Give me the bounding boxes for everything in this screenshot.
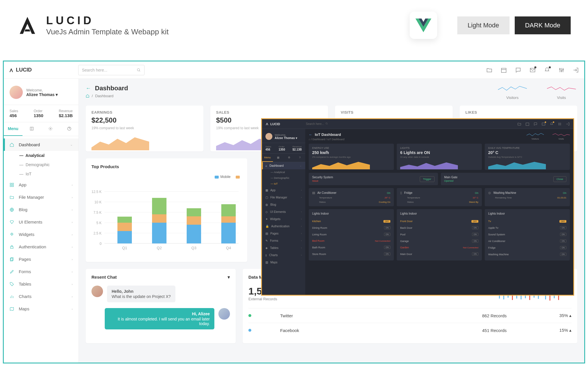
sidebar-item-maps[interactable]: ▧Maps (262, 259, 305, 266)
search-input[interactable]: Search here... (306, 122, 352, 125)
light-row[interactable]: Living RoomON (312, 231, 390, 238)
sidebar-item-maps[interactable]: Maps› (4, 303, 78, 315)
tab-gear-icon[interactable] (41, 122, 60, 136)
close-button[interactable]: Close (553, 176, 566, 182)
svg-text:Q4: Q4 (226, 246, 231, 250)
toggle-badge[interactable]: ON (472, 233, 479, 236)
chat-icon[interactable] (515, 67, 521, 73)
toggle-badge[interactable]: ON (472, 239, 479, 243)
sidebar-item-analytical[interactable]: — Analytical (4, 151, 78, 160)
sidebar-item-blog[interactable]: Blog› (4, 203, 78, 216)
settings-icon[interactable] (558, 67, 565, 73)
sidebar-item-widgets[interactable]: Widgets› (4, 228, 78, 241)
light-mode-button[interactable]: Light Mode (457, 16, 510, 34)
toggle-badge[interactable]: OFF (471, 220, 478, 223)
chat-icon[interactable] (533, 122, 538, 126)
sidebar-item-auth[interactable]: Authentication› (4, 241, 78, 253)
light-row[interactable]: Sound SystemON (488, 231, 566, 238)
logout-icon[interactable] (573, 67, 579, 73)
sidebar-item-charts[interactable]: Charts› (4, 290, 78, 303)
sidebar-item-charts[interactable]: ⫿Charts› (262, 252, 305, 259)
tab-book-icon[interactable]: ▦ (273, 154, 284, 162)
folder-icon[interactable] (486, 67, 493, 73)
folder-icon[interactable] (517, 122, 521, 126)
sidebar-item-tables[interactable]: Tables› (4, 278, 78, 290)
mail-icon[interactable] (529, 67, 536, 73)
light-row[interactable]: GarageON (400, 238, 478, 244)
light-row[interactable]: Washing MachineON (488, 251, 566, 258)
toggle-badge[interactable]: ON (560, 246, 567, 249)
calendar-icon[interactable] (501, 67, 507, 73)
calendar-icon[interactable] (525, 122, 529, 126)
light-row[interactable]: Main DoorON (400, 251, 478, 257)
sidebar-item-tables[interactable]: ◈Tables› (262, 244, 305, 252)
sidebar-item-blog[interactable]: ◍Blog (262, 201, 305, 208)
light-row[interactable]: PoolON (400, 231, 478, 238)
light-row[interactable]: Bath RoomON (312, 244, 390, 251)
light-name: Sound System (488, 233, 505, 236)
sidebar-item-pages[interactable]: Pages› (4, 253, 78, 265)
sidebar-item-dashboard[interactable]: Dashboard⌄ (4, 138, 78, 151)
toggle-badge[interactable]: OFF (383, 220, 390, 223)
toggle-badge[interactable]: OFF (559, 220, 566, 223)
light-row[interactable]: Air ConditionerON (488, 238, 566, 244)
dark-mode-button[interactable]: DARK Mode (515, 16, 571, 34)
svg-point-9 (561, 70, 562, 71)
sidebar-item-widgets[interactable]: ✦Widgets› (262, 215, 305, 223)
toggle-badge[interactable]: ON (384, 246, 391, 249)
sidebar-item-auth[interactable]: 🔒Authentication› (262, 223, 305, 230)
light-row[interactable]: TvOFF (488, 218, 566, 224)
tab-help-icon[interactable]: ? (295, 154, 306, 162)
sidebar-item-app[interactable]: App› (4, 179, 78, 191)
bell-icon[interactable] (544, 67, 550, 73)
back-icon[interactable]: ← (309, 132, 312, 137)
toggle-badge[interactable]: ON (560, 226, 567, 229)
light-row[interactable]: GardenNot Connected (400, 244, 478, 251)
sidebar-item-ui[interactable]: ◇UI Elements› (262, 208, 305, 215)
tab-gear-icon[interactable]: ⚙ (284, 154, 295, 162)
sidebar-item-demographic[interactable]: — Demographic (4, 160, 78, 169)
user-block[interactable]: Welcome, Alizee Thomas ▾ (4, 83, 78, 105)
card-menu-icon[interactable]: ▾ (228, 275, 230, 280)
sidebar-item-analytical[interactable]: — Analytical (262, 169, 305, 175)
trigger-button[interactable]: Trigger (420, 176, 434, 182)
tab-book-icon[interactable] (23, 122, 41, 136)
light-row[interactable]: Front DoorOFF (400, 218, 478, 224)
sidebar-item-ui[interactable]: UI Elements› (4, 216, 78, 228)
toggle-badge[interactable]: ON (384, 233, 391, 236)
light-row[interactable]: Store RoomON (312, 251, 390, 257)
settings-icon[interactable] (558, 122, 562, 126)
light-row[interactable]: Apple TvON (488, 224, 566, 231)
tab-menu[interactable]: Menu (4, 122, 23, 136)
sidebar-item-iot[interactable]: — IoT (4, 169, 78, 179)
sidebar-item-app[interactable]: ▦App› (262, 187, 305, 194)
toggle-badge[interactable]: ON (472, 226, 479, 229)
mail-icon[interactable] (542, 122, 546, 126)
toggle-badge[interactable]: ON (560, 239, 567, 243)
tab-help-icon[interactable] (60, 122, 78, 136)
sidebar-item-pages[interactable]: ▤Pages› (262, 230, 305, 237)
light-row[interactable]: KitchenOFF (312, 218, 390, 224)
toggle-badge[interactable]: ON (384, 252, 391, 256)
toggle-badge[interactable]: ON (560, 233, 567, 236)
light-row[interactable]: Bed RoomNot Connected (312, 238, 390, 244)
light-row[interactable]: Dining RoomON (312, 224, 390, 231)
toggle-badge[interactable]: ON (560, 253, 567, 256)
sidebar-item-forms[interactable]: Forms› (4, 265, 78, 278)
tab-menu[interactable]: Menu (262, 154, 273, 162)
back-icon[interactable]: ← (86, 85, 91, 91)
user-block[interactable]: Welcome,Alizee Thomas ▾ (262, 132, 305, 143)
search-input[interactable]: Search here... (78, 65, 145, 75)
sidebar-item-demographic[interactable]: — Demographic (262, 175, 305, 181)
toggle-badge[interactable]: ON (472, 252, 479, 256)
sidebar-item-forms[interactable]: ✎Forms› (262, 237, 305, 244)
bell-icon[interactable] (550, 122, 554, 126)
light-row[interactable]: Back DoorON (400, 224, 478, 231)
sidebar-item-dashboard[interactable]: ⌂Dashboard⌄ (262, 162, 305, 169)
sidebar-item-file-manager[interactable]: ▢File Manager› (262, 194, 305, 201)
sidebar-item-iot[interactable]: — IoT (262, 181, 305, 187)
light-row[interactable]: FridgeON (488, 244, 566, 251)
logout-icon[interactable] (566, 122, 570, 126)
toggle-badge[interactable]: ON (384, 226, 391, 229)
sidebar-item-file-manager[interactable]: File Manager› (4, 191, 78, 203)
